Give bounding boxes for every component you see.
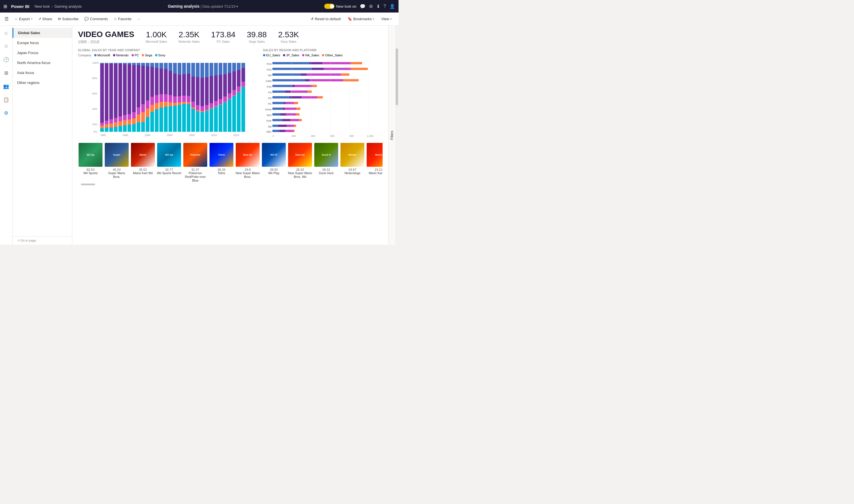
svg-rect-212 bbox=[272, 90, 285, 93]
svg-rect-169 bbox=[242, 82, 245, 87]
sidebar-item-japan-focus[interactable]: Japan Focus bbox=[13, 48, 72, 58]
export-button[interactable]: ↔ Export ▾ bbox=[12, 16, 35, 22]
sony-sales-metric: 2.53K Sony Sales bbox=[278, 30, 299, 43]
top-nav-right: New look on 💬 ⚙ ⬇ ? 👤 bbox=[324, 4, 395, 9]
svg-rect-132 bbox=[210, 63, 213, 76]
svg-rect-218 bbox=[301, 96, 317, 98]
stacked-bar-chart-svg[interactable]: 100% 80% 60% 40% 20% 0% bbox=[78, 59, 257, 138]
new-look-toggle[interactable]: New look on bbox=[324, 4, 357, 9]
analytics-icon[interactable]: ⚙ bbox=[2, 108, 10, 118]
home-icon[interactable]: ⌂ bbox=[3, 29, 9, 38]
apps-icon[interactable]: ⊞ bbox=[3, 68, 10, 78]
share-button[interactable]: ↗ Share bbox=[36, 16, 55, 22]
svg-rect-99 bbox=[178, 96, 181, 103]
svg-rect-16 bbox=[100, 128, 104, 132]
favorite-button[interactable]: ☆ Favorite bbox=[111, 16, 134, 22]
svg-rect-12 bbox=[100, 63, 104, 64]
eu-legend-label: EU_Sales bbox=[266, 54, 280, 57]
svg-rect-147 bbox=[223, 63, 227, 74]
game-name: Wii Sports Resort bbox=[157, 171, 181, 175]
subscribe-button[interactable]: ✉ Subscribe bbox=[55, 16, 81, 22]
sidebar-item-europe-focus[interactable]: Europe focus bbox=[13, 38, 72, 48]
game-cover-image: Wii Pl bbox=[262, 143, 286, 167]
scroll-thumb[interactable] bbox=[396, 48, 398, 105]
game-thumbnail[interactable]: Wii Sp 82.53 Wii Sports bbox=[78, 143, 103, 183]
svg-rect-86 bbox=[164, 107, 168, 132]
download-icon[interactable]: ⬇ bbox=[376, 4, 380, 9]
sidebar-item-other-regions[interactable]: Other regions bbox=[13, 78, 72, 88]
game-thumbnail[interactable]: Wii Pl 28.92 Wii Play bbox=[261, 143, 286, 183]
svg-text:DS: DS bbox=[268, 97, 271, 100]
svg-rect-219 bbox=[317, 96, 323, 98]
view-button[interactable]: View ▾ bbox=[379, 16, 394, 22]
svg-rect-150 bbox=[223, 102, 227, 102]
more-options-button[interactable]: ··· bbox=[135, 16, 143, 22]
toggle-switch-track[interactable] bbox=[324, 4, 335, 9]
sidebar-item-asia-focus[interactable]: Asia focus bbox=[13, 68, 72, 78]
game-cover-image: New Su bbox=[288, 143, 312, 167]
legend-eu-sales: EU_Sales bbox=[263, 54, 280, 57]
sidebar-item-global-sales[interactable]: Global Sales bbox=[13, 28, 72, 38]
svg-rect-231 bbox=[296, 113, 300, 115]
regional-sales-chart[interactable]: SALES BY REGION AND PLATFORM EU_Sales JP… bbox=[263, 49, 382, 140]
game-thumbnail[interactable]: Tetris 30.26 Tetris bbox=[209, 143, 234, 183]
reset-to-default-button[interactable]: ↺ Reset to default bbox=[308, 16, 343, 22]
svg-rect-119 bbox=[196, 105, 199, 110]
pc-sales-metric: 173.84 PC Sales bbox=[211, 30, 235, 43]
svg-rect-97 bbox=[178, 63, 181, 75]
svg-text:200: 200 bbox=[291, 134, 296, 138]
svg-rect-202 bbox=[307, 73, 341, 76]
comments-button[interactable]: 💬 Comments bbox=[82, 16, 110, 22]
game-thumbnail[interactable]: Super 40.24 Super Mario Bros. bbox=[104, 143, 129, 183]
settings-icon[interactable]: ⚙ bbox=[369, 4, 373, 9]
recent-icon[interactable]: 🕐 bbox=[1, 55, 11, 64]
svg-rect-127 bbox=[205, 63, 209, 77]
chat-icon[interactable]: 💬 bbox=[360, 4, 366, 9]
action-bar: ☰ ↔ Export ▾ ↗ Share ✉ Subscribe 💬 Comme… bbox=[0, 13, 398, 25]
favorite-label: Favorite bbox=[118, 17, 131, 21]
bookmarks-sidebar-icon[interactable]: ☆ bbox=[2, 41, 10, 51]
svg-rect-220 bbox=[272, 102, 284, 104]
hamburger-icon[interactable]: ☰ bbox=[4, 16, 8, 22]
microsoft-legend-dot bbox=[94, 54, 96, 56]
filters-panel[interactable]: Filters bbox=[388, 25, 395, 245]
svg-rect-54 bbox=[137, 107, 140, 114]
bookmarks-button[interactable]: 🔖 Bookmarks ▾ bbox=[345, 16, 377, 22]
game-thumbnail[interactable]: Mario 35.52 Mario Kart Wii bbox=[130, 143, 156, 183]
svg-rect-110 bbox=[187, 102, 191, 104]
user-avatar[interactable]: 👤 bbox=[389, 4, 395, 9]
game-thumbnail[interactable]: Pokemo 31.37 Pokemon Red/Poke mon Blue bbox=[183, 143, 208, 183]
game-score: 32.77 bbox=[165, 168, 173, 171]
right-scrollbar[interactable] bbox=[395, 25, 398, 245]
game-thumbnail[interactable]: New Su 29.8 New Super Mario Bros. bbox=[235, 143, 260, 183]
game-thumbnail[interactable]: Duck H 28.31 Duck Hunt bbox=[314, 143, 339, 183]
game-thumbnail[interactable]: Mario 23.21 Mario Kart DS bbox=[366, 143, 382, 183]
horizontal-scrollbar[interactable] bbox=[81, 183, 95, 185]
hbar-chart-svg[interactable]: PS3 PS2 Wii X360 PS4 PS DS PC XOne 3DS P… bbox=[263, 59, 382, 138]
svg-rect-206 bbox=[309, 79, 343, 82]
help-icon[interactable]: ? bbox=[384, 4, 386, 9]
svg-text:X360: X360 bbox=[266, 80, 271, 83]
breadcrumb-gaming-analysis[interactable]: Gaming analysis bbox=[54, 4, 82, 8]
game-thumbnail[interactable]: Ninten 24.67 Nintendogs bbox=[340, 143, 365, 183]
share-icon: ↗ bbox=[38, 17, 41, 21]
go-to-page-link[interactable]: ↗ Go to page bbox=[13, 236, 72, 245]
svg-rect-63 bbox=[146, 66, 149, 101]
sidebar-item-north-america-focus[interactable]: North America focus bbox=[13, 58, 72, 68]
svg-rect-215 bbox=[307, 90, 312, 93]
workspaces-icon[interactable]: 📋 bbox=[1, 95, 11, 105]
shared-icon[interactable]: 👥 bbox=[1, 82, 11, 91]
svg-rect-198 bbox=[324, 68, 351, 70]
breadcrumb-new-look[interactable]: New look bbox=[34, 4, 50, 8]
microsoft-legend-label: Microsoft bbox=[97, 54, 110, 57]
bookmarks-icon: 🔖 bbox=[348, 17, 352, 21]
apps-grid-icon[interactable]: ⊞ bbox=[3, 4, 7, 9]
page-title-center: Gaming analysis | Data updated 7/11/19 ▾ bbox=[85, 4, 321, 8]
global-sales-chart[interactable]: GLOBAL SALES BY YEAR AND COMPANY Company… bbox=[78, 49, 257, 140]
game-thumbnail[interactable]: New Su 28.32 New Super Mario Bros. Wii bbox=[287, 143, 313, 183]
svg-rect-94 bbox=[173, 96, 177, 103]
global-sales-label: Global Sales bbox=[18, 31, 40, 35]
pc-legend-dot bbox=[131, 54, 134, 56]
svg-rect-160 bbox=[232, 95, 236, 96]
game-thumbnail[interactable]: Wii Sp 32.77 Wii Sports Resort bbox=[157, 143, 182, 183]
